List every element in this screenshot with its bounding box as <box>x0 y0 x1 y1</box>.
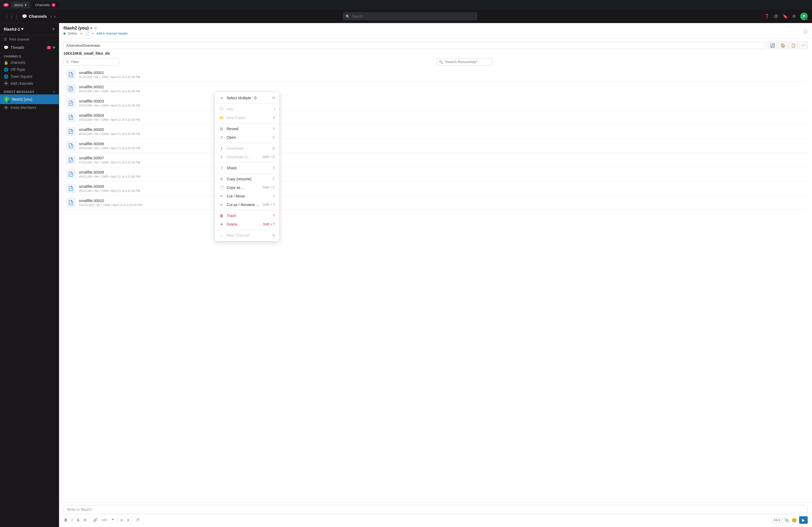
context-menu-item[interactable]: ✂ Cut as / Rename ... Shift + X <box>215 200 279 209</box>
new-item-button[interactable]: + <box>52 26 55 32</box>
list-item[interactable]: smallfile.00006 #6/10,000 • file • 10KB … <box>63 139 808 153</box>
demo-tab[interactable]: demo ▾ <box>11 2 30 8</box>
context-menu-item: ⬇ Download to... Shift + D <box>215 153 279 161</box>
sidebar-item-channel1[interactable]: 🔒 channel1 <box>0 59 59 66</box>
attach-button[interactable]: 📎 <box>784 517 789 523</box>
at-icon[interactable]: @ <box>774 14 778 19</box>
more-options-button[interactable]: ⋯ <box>799 42 808 49</box>
demo-tab-chevron: ▾ <box>25 3 27 7</box>
file-name: smallfile.00005 <box>79 127 140 132</box>
list-item[interactable]: smallfile.00010 #10/10,000 • file • 10KB… <box>63 196 808 210</box>
context-menu-item[interactable]: ✕ Delete Shift + T <box>215 220 279 229</box>
heading-button[interactable]: H <box>83 517 87 523</box>
bookmark-icon[interactable]: 🔖 <box>782 14 788 19</box>
message-toolbar: B I S H 🔗 </> ❝ ≡ ≡ ⏱ Aa ▾ 📎 😊 ▶ <box>63 516 808 524</box>
ctx-icon: ✂ <box>219 194 224 198</box>
dm-section-label: DIRECT MESSAGES <box>4 90 34 93</box>
sidebar-item-threads[interactable]: 💬 Threads 1 <box>0 44 59 51</box>
context-menu-item[interactable]: ≡ Select Multiple - 0 M <box>215 94 279 102</box>
quote-button[interactable]: ❝ <box>111 517 115 523</box>
home-button[interactable]: 🏠 <box>778 42 787 49</box>
timer-button[interactable]: ⏱ <box>135 517 141 523</box>
message-input[interactable]: Write to filash2 <box>63 505 808 514</box>
context-menu-divider <box>215 162 279 163</box>
dm-add-icon[interactable]: + <box>53 90 55 93</box>
list-item[interactable]: smallfile.00001 #1/10,000 • file • 10KB … <box>63 67 808 82</box>
list-item[interactable]: smallfile.00009 #9/10,000 • file • 10KB … <box>63 181 808 196</box>
path-input[interactable] <box>63 42 766 49</box>
question-icon[interactable]: ❓ <box>764 14 770 19</box>
add-header-link[interactable]: Add a channel header <box>97 32 128 35</box>
send-button[interactable]: ▶ <box>799 516 808 524</box>
context-menu-item[interactable]: ✂ Cut / Move X <box>215 192 279 200</box>
globe-icon-off-topic: 🌐 <box>4 67 8 72</box>
ctx-shortcut: I <box>274 107 275 111</box>
directory-name: 10kX10KB_small_files_dir <box>63 51 808 56</box>
context-menu-item[interactable]: 🗑 Trash T <box>215 211 279 220</box>
list-item[interactable]: smallfile.00004 #4/10,000 • file • 10KB … <box>63 110 808 124</box>
add-channels-button[interactable]: ➕ Add channels <box>0 80 59 87</box>
list-item[interactable]: smallfile.00008 #8/10,000 • file • 10KB … <box>63 167 808 181</box>
search-recursive-input[interactable] <box>437 58 492 65</box>
channels-tab-label: Channels <box>35 3 50 7</box>
file-name: smallfile.00006 <box>79 142 140 146</box>
ctx-shortcut: M <box>272 96 275 100</box>
sidebar-item-off-topic[interactable]: 🌐 Off-Topic <box>0 66 59 73</box>
star-icon[interactable]: ☆ <box>94 26 97 30</box>
nav-forward-button[interactable]: › <box>54 13 56 19</box>
code-button[interactable]: </> <box>101 517 108 523</box>
refresh-button[interactable]: 🔄 <box>768 42 777 49</box>
list-item[interactable]: smallfile.00002 #2/10,000 • file • 10KB … <box>63 82 808 96</box>
context-menu-item[interactable]: ⎘ Copy (resume) C <box>215 175 279 183</box>
workspace-header: filash2-1 ▾ + <box>0 23 59 35</box>
context-menu-item: 📁 New Folder F <box>215 114 279 122</box>
context-menu-item[interactable]: 📄 Copy as ... Shift + C <box>215 183 279 192</box>
workspace-name[interactable]: filash2-1 ▾ <box>4 27 23 31</box>
unordered-list-button[interactable]: ≡ <box>119 517 124 523</box>
list-item[interactable]: smallfile.00005 #5/10,000 • file • 10KB … <box>63 124 808 139</box>
context-menu-item[interactable]: ↗ Open O <box>215 133 279 142</box>
sidebar-item-filash2[interactable]: F filash2 (you) <box>0 94 59 104</box>
ctx-icon: ⬇ <box>219 155 224 159</box>
link-button[interactable]: 🔗 <box>92 517 99 523</box>
toolbar-divider3 <box>132 517 133 523</box>
ordered-list-button[interactable]: ≡ <box>126 517 130 523</box>
file-icon-9 <box>66 198 76 207</box>
header-search-icon: 🔍 <box>346 14 350 18</box>
find-channel-button[interactable]: ☰ Find channel <box>0 35 59 44</box>
channel-subtitle: Online ⚡ 📄 ✦ Add a channel header <box>63 31 128 38</box>
dm-avatar-filash2: F <box>4 96 10 102</box>
font-size-button[interactable]: Aa ▾ <box>772 517 782 523</box>
ctx-shortcut: C <box>273 177 275 181</box>
ctx-label: Open <box>227 135 236 139</box>
sidebar-item-invite-members[interactable]: ➕ Invite Members <box>0 104 59 111</box>
strikethrough-button[interactable]: S <box>76 517 80 523</box>
header-search-input[interactable] <box>343 12 477 20</box>
add-channels-icon: ➕ <box>4 81 8 86</box>
italic-button[interactable]: I <box>70 517 74 523</box>
invite-label: Invite Members <box>11 105 36 110</box>
context-menu-item[interactable]: ⤴ Share S <box>215 164 279 172</box>
send-area: Aa ▾ 📎 😊 ▶ <box>772 516 808 524</box>
channels-tab[interactable]: Channels 1 <box>32 2 59 8</box>
list-item[interactable]: smallfile.00003 #3/10,000 • file • 10KB … <box>63 96 808 110</box>
context-menu-divider <box>215 143 279 143</box>
avatar[interactable]: F <box>800 13 808 20</box>
ctx-label: Select Multiple - 0 <box>227 96 257 100</box>
app-title: Channels <box>29 14 47 18</box>
filter-input[interactable] <box>63 58 119 65</box>
copy-path-button[interactable]: 📋 <box>789 42 798 49</box>
context-menu-item[interactable]: ⊟ Reveal V <box>215 124 279 133</box>
channel-chevron[interactable]: ▾ <box>90 26 92 30</box>
info-circle-button[interactable]: ⓘ <box>803 29 808 35</box>
sidebar-item-town-square[interactable]: 🌐 Town Square <box>0 73 59 80</box>
list-item[interactable]: smallfile.00007 #7/10,000 • file • 10KB … <box>63 153 808 167</box>
gear-icon[interactable]: ⚙ <box>792 14 796 19</box>
nav-back-button[interactable]: ‹ <box>50 13 53 19</box>
message-placeholder: Write to filash2 <box>67 508 91 512</box>
channel1-label: channel1 <box>11 60 26 65</box>
emoji-button[interactable]: 😊 <box>792 517 797 523</box>
ctx-icon: ⤴ <box>219 166 224 170</box>
grid-icon[interactable]: ⋮⋮⋮ <box>4 13 19 19</box>
bold-button[interactable]: B <box>63 517 68 523</box>
